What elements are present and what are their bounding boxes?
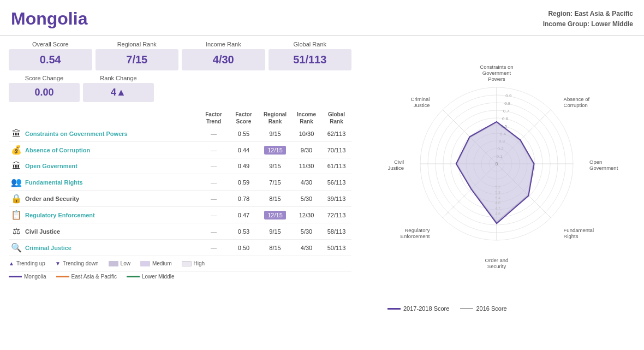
global-rank-cell: 72/113 [321,207,351,223]
score-cards: Overall Score 0.54 Regional Rank 7/15 In… [9,41,351,70]
table-row: 🏛 Constraints on Government Powers — 0.5… [9,126,351,142]
row-icon: 📋 [9,207,24,223]
overall-score-label: Overall Score [9,41,92,48]
legend-trending-down: ▼ Trending down [55,260,99,266]
factor-score: 0.50 [229,240,259,256]
table-row: 👥 Fundamental Rights — 0.59 7/15 4/30 56… [9,174,351,191]
income-rank-cell: 4/30 [291,174,321,191]
income-rank-cell: 5/30 [291,191,321,207]
trending-down-label: Trending down [63,260,99,266]
trending-up-icon: ▲ [9,260,14,266]
main-content: Overall Score 0.54 Regional Rank 7/15 In… [0,35,644,312]
regional-rank-cell: 12/15 [259,207,291,223]
factor-table: Factor Trend Factor Score Regional Rank … [9,110,351,256]
legend-medium: Medium [140,260,172,266]
east-asia-label: East Asia & Pacific [71,274,117,280]
trending-up-label: Trending up [16,260,45,266]
svg-text:0.9: 0.9 [505,94,512,99]
regional-rank-cell: 7/15 [259,174,291,191]
regional-rank-label: Regional Rank [96,41,179,48]
factor-trend: — [199,158,229,174]
factor-score: 0.53 [229,223,259,240]
global-rank-card: Global Rank 51/113 [269,41,352,70]
table-legend: ▲ Trending up ▼ Trending down Low Medium… [9,256,351,269]
score-change-value: 0.00 [9,83,80,102]
svg-text:Rights: Rights [564,233,579,239]
regional-rank-cell: 12/15 [259,142,291,158]
income-label: Income Group: [543,20,589,28]
medium-box [140,261,150,266]
rank-change-label: Rank Change [83,75,154,81]
global-rank-label: Global Rank [269,41,352,48]
medium-label: Medium [152,260,172,266]
factor-trend: — [199,142,229,158]
factor-name[interactable]: Regulatory Enforcement [24,207,199,223]
col-global-rank: Global Rank [321,110,351,126]
trending-down-icon: ▼ [55,260,61,266]
table-row: ⚖ Civil Justice — 0.53 9/15 5/30 58/113 [9,223,351,240]
factor-trend: — [199,240,229,256]
global-rank-cell: 70/113 [321,142,351,158]
income-rank-cell: 10/30 [291,126,321,142]
factor-name[interactable]: Civil Justice [24,223,199,240]
global-rank-cell: 56/113 [321,174,351,191]
income-rank-card: Income Rank 4/30 [182,41,265,70]
score-2017-legend: 2017-2018 Score [387,305,449,312]
col-factor-trend: Factor Trend [199,110,229,126]
factor-name[interactable]: Open Government [24,158,199,174]
factor-score: 0.44 [229,142,259,158]
svg-text:Order and: Order and [485,257,509,263]
factor-score: 0.55 [229,126,259,142]
table-row: 🔒 Order and Security — 0.78 8/15 5/30 39… [9,191,351,207]
rank-change-value: 4▲ [83,83,154,102]
overall-score-value: 0.54 [9,49,92,70]
svg-text:0: 0 [495,161,498,167]
lower-middle-label: Lower Middle [142,274,174,280]
factor-name[interactable]: Absence of Corruption [24,142,199,158]
global-rank-cell: 62/113 [321,126,351,142]
factor-score: 0.47 [229,207,259,223]
svg-text:4.6: 4.6 [495,212,500,216]
low-label: Low [121,260,130,266]
overall-score-card: Overall Score 0.54 [9,41,92,70]
legend-low: Low [109,260,130,266]
factor-trend: — [199,174,229,191]
table-row: 💰 Absence of Corruption — 0.44 12/15 9/3… [9,142,351,158]
mongolia-label: Mongolia [24,274,46,280]
header-meta: Region: East Asia & Pacific Income Group… [543,9,633,29]
global-rank-cell: 50/113 [321,240,351,256]
svg-text:Civil: Civil [394,159,404,165]
score-change-label: Score Change [9,75,80,81]
chart-legend: 2017-2018 Score 2016 Score [387,305,639,312]
table-row: 📋 Regulatory Enforcement — 0.47 12/15 12… [9,207,351,223]
regional-rank-cell: 8/15 [259,240,291,256]
svg-text:4.7: 4.7 [495,207,500,211]
factor-name[interactable]: Fundamental Rights [24,174,199,191]
svg-text:Open: Open [589,159,602,165]
svg-text:Absence of: Absence of [564,97,590,103]
income-rank-cell: 12/30 [291,207,321,223]
factor-trend: — [199,126,229,142]
col-regional-rank: Regional Rank [259,110,291,126]
lower-middle-legend: Lower Middle [127,274,174,280]
global-rank-cell: 61/113 [321,158,351,174]
factor-name[interactable]: Order and Security [24,191,199,207]
col-factor-score: Factor Score [229,110,259,126]
factor-score: 0.59 [229,174,259,191]
row-icon: 🔒 [9,191,24,207]
page-header: Mongolia Region: East Asia & Pacific Inc… [0,0,644,35]
factor-name[interactable]: Constraints on Government Powers [24,126,199,142]
global-rank-value: 51/113 [269,49,352,70]
svg-text:Powers: Powers [488,76,505,82]
global-rank-cell: 58/113 [321,223,351,240]
regional-rank-card: Regional Rank 7/15 [96,41,179,70]
factor-name[interactable]: Criminal Justice [24,240,199,256]
row-icon: ⚖ [9,223,24,240]
income-rank-label: Income Rank [182,41,265,48]
page-title: Mongolia [11,9,87,29]
row-icon: 🏛 [9,126,24,142]
svg-text:Criminal: Criminal [411,97,430,103]
regional-rank-cell: 9/15 [259,158,291,174]
svg-text:0.8: 0.8 [504,102,511,106]
svg-text:Government: Government [589,165,618,171]
